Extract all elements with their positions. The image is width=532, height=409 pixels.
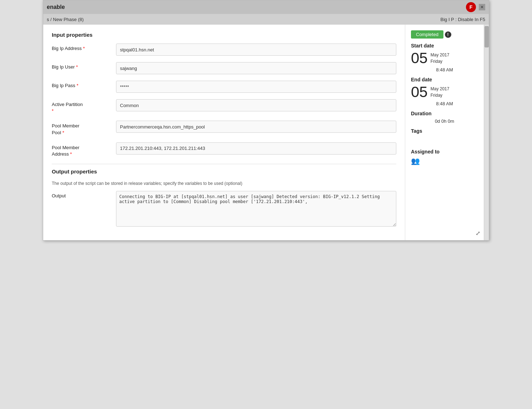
input-properties-title: Input properties <box>52 32 396 38</box>
tags-area <box>411 136 478 145</box>
title-bar: enable F ✕ <box>43 0 489 14</box>
pool-member-pool-row: Pool MemberPool * <box>52 121 396 136</box>
output-description: The output of the script can be stored i… <box>52 180 396 187</box>
start-date-label: Start date <box>411 43 478 49</box>
required-star: * <box>62 130 64 135</box>
scrollbar[interactable] <box>484 25 489 240</box>
window-title: enable <box>47 4 65 10</box>
f5-logo-icon: F <box>466 2 476 12</box>
end-date-details: May 2017 Friday <box>431 86 450 99</box>
start-date-details: May 2017 Friday <box>431 52 450 65</box>
start-date-day: 05 <box>411 51 428 66</box>
big-ip-user-label: Big Ip User * <box>52 62 116 70</box>
big-ip-address-row: Big Ip Address * <box>52 44 396 56</box>
active-partition-input[interactable] <box>116 99 396 111</box>
output-row: Output <box>52 191 396 227</box>
pool-member-address-row: Pool MemberAddress * <box>52 142 396 157</box>
expand-icon[interactable]: ⤢ <box>476 230 480 237</box>
required-star: * <box>70 151 72 157</box>
big-ip-address-input[interactable] <box>116 44 396 56</box>
duration-label: Duration <box>411 111 478 116</box>
start-date-row: 05 May 2017 Friday <box>411 51 478 66</box>
output-label: Output <box>52 191 116 198</box>
assigned-to-label: Assigned to <box>411 149 478 155</box>
required-star: * <box>83 46 85 51</box>
active-partition-row: Active Partition * <box>52 99 396 114</box>
big-ip-address-label: Big Ip Address * <box>52 44 116 51</box>
end-date-day: 05 <box>411 85 428 100</box>
required-star: * <box>52 108 54 113</box>
output-properties-section: Output properties The output of the scri… <box>52 168 396 227</box>
pool-member-pool-label: Pool MemberPool * <box>52 121 116 136</box>
close-button[interactable]: ✕ <box>479 4 485 10</box>
input-properties-section: Input properties Big Ip Address * Big Ip… <box>52 32 396 157</box>
left-panel: Input properties Big Ip Address * Big Ip… <box>43 25 405 240</box>
active-partition-label: Active Partition * <box>52 99 116 114</box>
info-icon: ! <box>445 31 451 38</box>
output-textarea[interactable] <box>116 191 396 227</box>
output-properties-title: Output properties <box>52 168 396 175</box>
required-star: * <box>76 64 78 70</box>
sub-header-right-text: Big I P : Disable In F5 <box>441 17 486 22</box>
breadcrumb: s / New Phase (8) <box>47 17 84 22</box>
end-date-time: 8:48 AM <box>411 101 478 106</box>
big-ip-pass-label: Big Ip Pass * <box>52 81 116 88</box>
required-star: * <box>76 83 78 88</box>
right-panel: Completed ! Start date 05 May 2017 Frida… <box>405 25 484 240</box>
sub-header: s / New Phase (8) Big I P : Disable In F… <box>43 14 489 25</box>
end-date-row: 05 May 2017 Friday <box>411 85 478 100</box>
big-ip-pass-row: Big Ip Pass * <box>52 81 396 93</box>
big-ip-pass-input[interactable] <box>116 81 396 93</box>
scrollbar-thumb[interactable] <box>485 26 489 47</box>
big-ip-user-row: Big Ip User * <box>52 62 396 74</box>
pool-member-pool-input[interactable] <box>116 121 396 133</box>
status-badge: Completed <box>411 30 443 39</box>
tags-label: Tags <box>411 128 478 134</box>
pool-member-address-input[interactable] <box>116 142 396 155</box>
start-date-time: 8:48 AM <box>411 67 478 72</box>
end-date-label: End date <box>411 77 478 82</box>
title-bar-controls: F ✕ <box>466 2 485 12</box>
assigned-to-icon: 👥 <box>411 157 478 165</box>
main-content: Input properties Big Ip Address * Big Ip… <box>43 25 489 240</box>
main-window: enable F ✕ s / New Phase (8) Big I P : D… <box>43 0 489 241</box>
duration-value: 0d 0h 0m <box>411 118 478 124</box>
big-ip-user-input[interactable] <box>116 62 396 74</box>
pool-member-address-label: Pool MemberAddress * <box>52 142 116 157</box>
